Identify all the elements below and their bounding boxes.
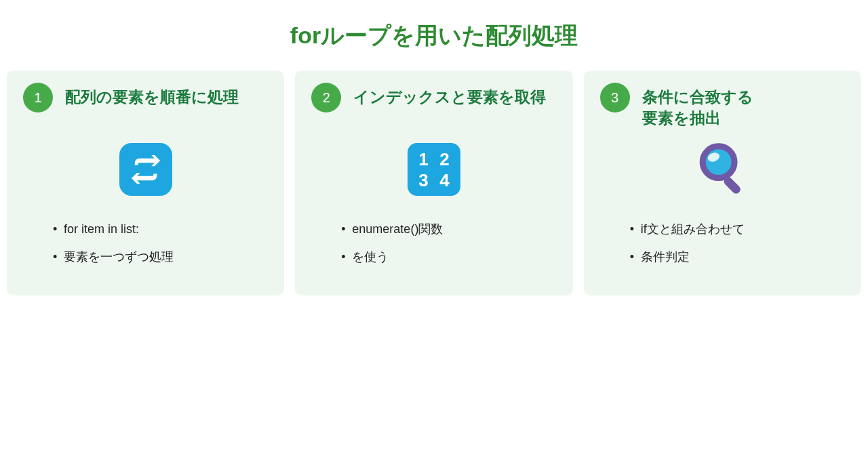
card-1-bullet-1: for item in list: (64, 221, 261, 238)
card-2-number-badge: 2 (311, 83, 341, 112)
card-3-title: 条件に合致する要素を抽出 (642, 83, 753, 129)
numbers-icon-2: 2 (434, 148, 455, 169)
card-2-bullet-2: を使う (352, 249, 549, 266)
card-2: 2 インデックスと要素を取得 1 2 3 4 enumerate()関数 を使う (295, 70, 572, 295)
card-3: 3 条件に合致する要素を抽出 if文と組み合わせて 条件判定 (584, 70, 861, 295)
card-2-icon-wrap: 1 2 3 4 (311, 137, 556, 202)
card-2-title: インデックスと要素を取得 (353, 83, 546, 108)
card-1: 1 配列の要素を順番に処理 for item in list: 要素を一つずつ処… (7, 70, 284, 295)
card-1-icon-wrap (23, 137, 268, 202)
card-1-bullets: for item in list: 要素を一つずつ処理 (23, 221, 268, 276)
numbers-icon-4: 4 (434, 169, 455, 190)
card-3-header: 3 条件に合致する要素を抽出 (600, 83, 845, 129)
card-3-icon-wrap (600, 137, 845, 202)
card-3-number-badge: 3 (600, 83, 630, 112)
card-1-title: 配列の要素を順番に処理 (65, 83, 239, 108)
numbers-icon-3: 3 (413, 169, 434, 190)
card-3-bullet-2: 条件判定 (641, 249, 838, 266)
card-3-bullets: if文と組み合わせて 条件判定 (600, 221, 845, 276)
card-2-header: 2 インデックスと要素を取得 (311, 83, 556, 129)
card-1-bullet-2: 要素を一つずつ処理 (64, 249, 261, 266)
card-3-bullet-1: if文と組み合わせて (641, 221, 838, 238)
loop-icon (119, 143, 172, 196)
page-title: forループを用いた配列処理 (7, 20, 861, 51)
card-1-number-badge: 1 (23, 83, 53, 112)
numbers-icon: 1 2 3 4 (408, 143, 460, 196)
numbers-icon-1: 1 (413, 148, 434, 169)
card-2-bullet-1: enumerate()関数 (352, 221, 549, 238)
card-1-header: 1 配列の要素を順番に処理 (23, 83, 268, 129)
magnify-icon (692, 139, 753, 200)
cards-row: 1 配列の要素を順番に処理 for item in list: 要素を一つずつ処… (7, 70, 861, 295)
card-2-bullets: enumerate()関数 を使う (311, 221, 556, 276)
